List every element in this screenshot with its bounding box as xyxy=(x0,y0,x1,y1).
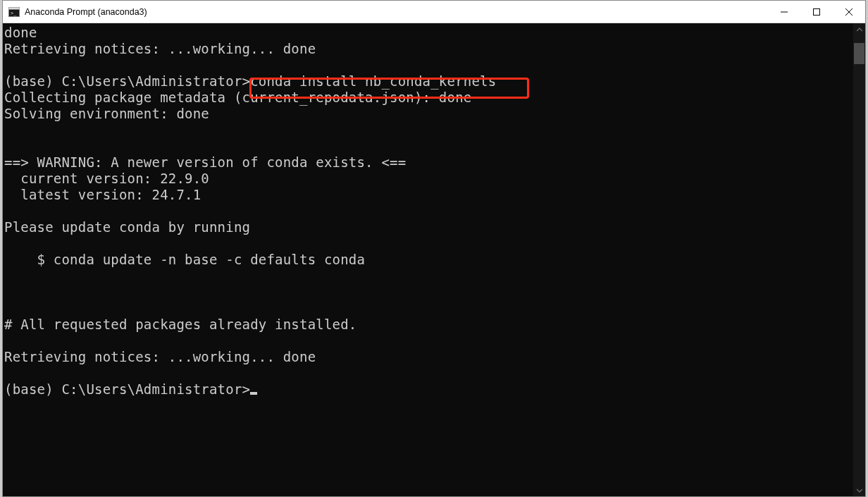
terminal-line: latest version: 24.7.1 xyxy=(4,187,853,203)
svg-text:>_: >_ xyxy=(11,11,17,16)
terminal-line xyxy=(4,268,853,284)
scrollbar-thumb[interactable] xyxy=(854,43,864,64)
chevron-down-icon xyxy=(857,488,862,493)
scroll-down-button[interactable] xyxy=(853,484,865,496)
window-controls xyxy=(768,1,865,23)
terminal-line: Retrieving notices: ...working... done xyxy=(4,41,853,57)
maximize-button[interactable] xyxy=(800,1,833,23)
terminal-line xyxy=(4,333,853,349)
vertical-scrollbar[interactable] xyxy=(853,23,865,496)
terminal-line: # All requested packages already install… xyxy=(4,317,853,333)
terminal-line: Collecting package metadata (current_rep… xyxy=(4,90,853,106)
terminal-line: $ conda update -n base -c defaults conda xyxy=(4,252,853,268)
terminal-line: Please update conda by running xyxy=(4,219,853,235)
terminal-line xyxy=(4,300,853,317)
terminal-line: Retrieving notices: ...working... done xyxy=(4,349,853,365)
titlebar[interactable]: >_ Anaconda Prompt (anaconda3) xyxy=(3,1,865,23)
terminal-app-icon: >_ xyxy=(8,6,20,18)
close-button[interactable] xyxy=(833,1,865,23)
terminal-line xyxy=(4,235,853,252)
minimize-button[interactable] xyxy=(768,1,800,23)
close-icon xyxy=(845,8,852,16)
terminal-line xyxy=(4,284,853,300)
terminal-line: current version: 22.9.0 xyxy=(4,171,853,187)
svg-rect-1 xyxy=(9,7,20,9)
anaconda-prompt-window: >_ Anaconda Prompt (anaconda3) doneRetri… xyxy=(2,0,866,497)
window-title: Anaconda Prompt (anaconda3) xyxy=(25,7,768,17)
terminal-output[interactable]: doneRetrieving notices: ...working... do… xyxy=(3,23,853,496)
chevron-up-icon xyxy=(857,27,862,32)
scroll-up-button[interactable] xyxy=(853,23,865,35)
terminal-cursor xyxy=(250,392,257,395)
terminal-line xyxy=(4,365,853,381)
maximize-icon xyxy=(813,8,820,16)
terminal-line: (base) C:\Users\Administrator>conda inst… xyxy=(4,73,853,90)
terminal-line xyxy=(4,57,853,73)
terminal-line: (base) C:\Users\Administrator> xyxy=(4,381,853,398)
terminal-line: ==> WARNING: A newer version of conda ex… xyxy=(4,154,853,171)
terminal-line xyxy=(4,138,853,154)
terminal-line: done xyxy=(4,25,853,41)
terminal-line xyxy=(4,203,853,219)
terminal-area[interactable]: doneRetrieving notices: ...working... do… xyxy=(3,23,865,496)
svg-rect-3 xyxy=(814,8,820,15)
terminal-line xyxy=(4,122,853,138)
terminal-line: Solving environment: done xyxy=(4,106,853,122)
minimize-icon xyxy=(781,8,788,16)
